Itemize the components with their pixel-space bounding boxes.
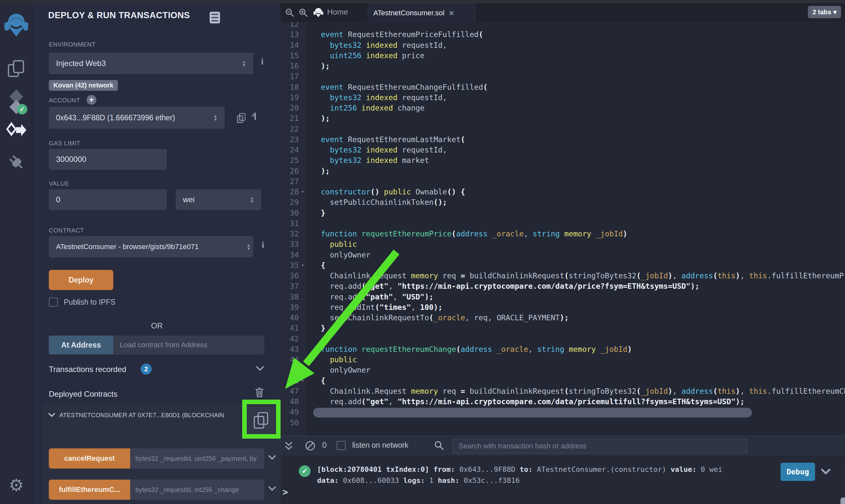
params-placeholder: bytes32 _requestId, int256 _change [135,486,239,493]
chevron-updown-icon: ▲▼ [246,243,251,250]
code-line: 22 [280,124,845,134]
code-line: 48 req.add("get", "https://min-api.crypt… [280,396,845,407]
environment-select[interactable]: Injected Web3 ▲▼ [49,53,253,74]
chevron-updown-icon: ▲▼ [242,60,246,67]
account-select[interactable]: 0x643...9F88D (1.666673996 ether) ▲▼ [49,107,225,129]
terminal-search-input[interactable] [452,439,747,454]
environment-value: Injected Web3 [56,59,106,68]
deployed-contracts-label: Deployed Contracts [49,390,118,399]
compile-success-badge-icon: ✓ [17,104,27,114]
deployed-contract-header[interactable]: ATESTNETCONSUMER AT 0X7E7...E80D1 (BLOCK… [59,412,242,419]
tab-home[interactable]: Home [327,7,348,17]
code-line: 40 sendChainlinkRequestTo(_oracle, req, … [280,312,845,323]
tab-active-file[interactable]: ATestnetConsumer.sol × [368,3,475,22]
copy-contract-address-button[interactable] [245,406,275,434]
account-value: 0x643...9F88D (1.666673996 ether) [56,113,175,122]
collapse-terminal-icon[interactable] [284,440,294,453]
add-account-icon[interactable]: + [87,95,96,105]
deploy-and-run-icon[interactable] [0,121,33,141]
cancel-request-button[interactable]: cancelRequest [49,448,130,469]
panel-docs-icon[interactable] [210,12,220,23]
chevron-down-icon[interactable] [268,486,276,492]
deploy-run-panel: DEPLOY & RUN TRANSACTIONS ENVIRONMENT In… [33,3,280,504]
contract-select[interactable]: ATestnetConsumer - browser/gists/9b71e07… [49,236,253,257]
value-input[interactable]: 0 [49,189,167,210]
deploy-button[interactable]: Deploy [49,270,113,290]
transactions-count-badge: 2 [141,363,152,375]
panel-title: DEPLOY & RUN TRANSACTIONS [48,11,190,20]
search-icon [434,440,444,452]
horizontal-scrollbar[interactable] [313,408,752,417]
transactions-recorded-label: Transactions recorded [49,365,126,374]
gas-limit-input[interactable]: 3000000 [49,149,167,170]
terminal-toolbar: 0 listen on network [280,436,845,456]
zoom-out-icon[interactable] [285,8,294,19]
contract-info-icon[interactable]: i [262,240,264,250]
file-explorer-icon[interactable] [0,58,33,80]
code-line: 32 function requestEthereumPrice(address… [280,229,845,239]
code-line: 41 } [280,323,845,333]
code-line: 42 [280,334,845,344]
code-line: 50 [280,417,845,428]
at-address-button[interactable]: At Address [49,336,113,355]
tabs-dropdown-button[interactable]: 2 tabs▾ [808,6,841,18]
remix-home-icon[interactable] [313,7,324,19]
terminal-prompt[interactable]: > [282,487,288,498]
fulfill-ethereum-change-button[interactable]: fulfillEthereumC... [49,480,130,500]
tx-log-line-1: [block:20780401 txIndex:0] from: 0x643..… [317,464,722,475]
sign-message-icon[interactable] [255,113,256,120]
code-line: 16 ); [280,61,845,71]
code-line: 30 } [280,208,845,218]
listen-network-checkbox[interactable] [337,441,346,450]
code-line: 17 [280,71,845,82]
debug-button[interactable]: Debug [780,463,815,481]
code-line: 39 req.addInt("times", 100); [280,302,845,312]
code-lines: 1213 event RequestEthereumPriceFulfilled… [280,22,845,428]
copy-icon [254,412,267,428]
transaction-log[interactable]: [block:20780401 txIndex:0] from: 0x643..… [317,464,722,486]
trash-icon[interactable] [255,386,264,399]
terminal: 0 listen on network ✓ [block:20780401 tx… [280,436,845,504]
cancel-request-params-input[interactable]: bytes32 _requestId, uint256 _payment, by [130,448,264,469]
code-line: 36 Chainlink.Request memory req = buildC… [280,271,845,281]
tx-success-check-icon: ✓ [299,465,311,477]
tab-filename: ATestnetConsumer.sol [373,9,444,17]
chevron-down-icon[interactable] [256,365,264,373]
code-line: 14 bytes32 indexed requestId, [280,40,845,50]
environment-label: ENVIRONMENT [49,41,96,48]
zoom-in-icon[interactable] [299,8,308,19]
code-line: 27 [280,176,845,187]
environment-info-icon[interactable]: i [261,57,264,67]
chevron-updown-icon: ▲▼ [213,114,218,121]
contract-value: ATestnetConsumer - browser/gists/9b71e07… [56,242,199,251]
code-line: 46▾ { [280,376,845,386]
publish-ipfs-label: Publish to IPFS [64,298,116,307]
code-line: 19 bytes32 indexed requestId, [280,92,845,103]
code-viewport[interactable]: 1213 event RequestEthereumPriceFulfilled… [280,22,845,436]
fulfill-params-input[interactable]: bytes32 _requestId, int256 _change [130,480,264,500]
clear-console-icon[interactable] [305,440,316,453]
chevron-down-icon[interactable] [268,454,276,462]
scroll-corner-chip [841,498,845,504]
value-unit-select[interactable]: wei ▲▼ [176,189,261,210]
pending-tx-count: 0 [322,440,326,450]
settings-gear-icon[interactable]: ⚙ [0,475,33,495]
code-line: 28▾ constructor() public Ownable() { [280,187,845,197]
contract-label: CONTRACT [49,227,84,234]
close-tab-icon[interactable]: × [449,9,454,17]
plugin-manager-icon[interactable] [0,152,33,172]
code-line: 47 Chainlink.Request memory req = buildC… [280,386,845,396]
at-address-input[interactable]: Load contract from Address [113,336,264,355]
editor-area: Home ATestnetConsumer.sol × 2 tabs▾ 1213… [280,3,845,504]
code-line: 15 uint256 indexed price [280,50,845,61]
account-label: ACCOUNT [49,97,80,104]
expand-log-chevron-icon[interactable] [821,468,831,476]
publish-ipfs-checkbox[interactable] [49,298,58,307]
contract-expand-chevron-icon[interactable] [48,412,55,419]
solidity-compiler-icon[interactable]: ✓ [0,88,33,116]
code-line: 34 onlyOwner [280,250,845,260]
value-unit: wei [183,195,195,204]
params-placeholder: bytes32 _requestId, uint256 _payment, by [135,455,257,462]
code-line: 31 [280,218,845,229]
remix-logo-icon[interactable] [0,10,33,41]
